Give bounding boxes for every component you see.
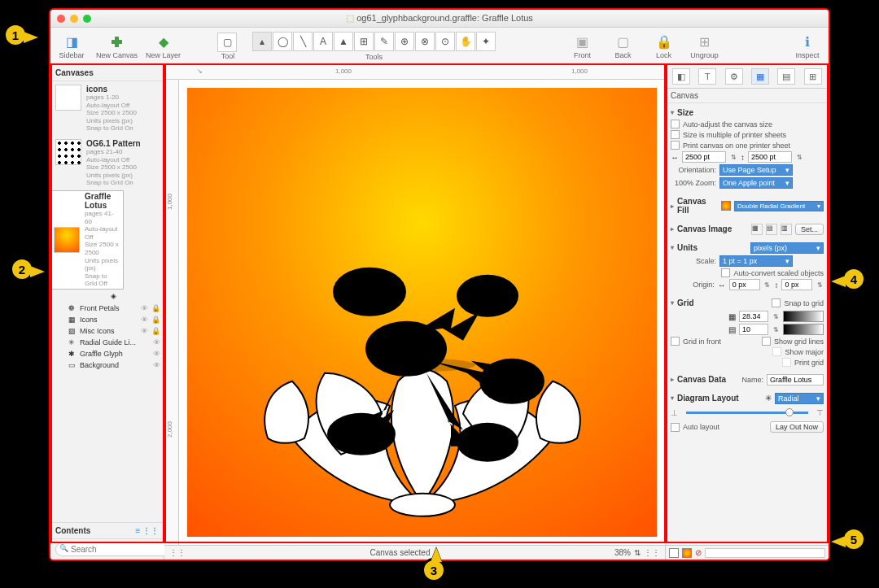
selection-tool[interactable]: ▴ xyxy=(252,32,272,51)
stepper-icon[interactable]: ⇅ xyxy=(763,281,772,289)
lay-out-now-button[interactable]: Lay Out Now xyxy=(770,421,824,433)
visibility-icon[interactable]: 👁 xyxy=(141,316,148,324)
canvas-item-lotus[interactable]: Graffle Lotus pages 41-60 Auto-layout Of… xyxy=(50,190,124,290)
style-swatch[interactable] xyxy=(682,548,692,558)
lock-icon[interactable]: 🔒 xyxy=(151,316,160,324)
scale-select[interactable]: 1 pt = 1 px▾ xyxy=(719,255,793,267)
image-mode-icon[interactable]: ▤ xyxy=(766,224,777,235)
sidebar-toggle-button[interactable]: ◨Sidebar xyxy=(55,33,88,59)
image-mode-icon[interactable]: ▥ xyxy=(781,224,792,235)
new-layer-button[interactable]: ◆New Layer xyxy=(146,33,181,59)
pen-tool[interactable]: ▲ xyxy=(334,32,353,51)
canvas-fill-section[interactable]: Canvas Fill xyxy=(671,195,718,216)
canvas-width-input[interactable] xyxy=(682,151,726,163)
canvas-stage[interactable] xyxy=(179,80,665,545)
magnet-tool[interactable]: ⊗ xyxy=(415,32,435,51)
bring-front-button[interactable]: ▣Front xyxy=(566,33,599,59)
one-sheet-checkbox[interactable] xyxy=(671,141,680,150)
zoom-tool-icon[interactable]: ⊙ xyxy=(435,32,455,51)
auto-adjust-checkbox[interactable] xyxy=(671,120,680,128)
layer-row[interactable]: ▦Icons👁🔒 xyxy=(67,314,160,325)
layer-row[interactable]: ❁Front Petals👁🔒 xyxy=(67,303,160,314)
vscroll-icon[interactable]: ⋮⋮ xyxy=(644,548,660,557)
canvas-image-section[interactable]: Canvas Image xyxy=(671,223,748,235)
visibility-icon[interactable]: 👁 xyxy=(153,361,160,369)
outline-mode-icons[interactable]: ≡ ⋮⋮ xyxy=(135,526,159,535)
visibility-icon[interactable]: 👁 xyxy=(141,304,148,312)
style-tray[interactable] xyxy=(705,548,825,558)
contents-header[interactable]: Contents ≡ ⋮⋮ xyxy=(50,522,164,538)
hscroll-icon[interactable]: ⋮⋮ xyxy=(169,548,186,557)
lock-icon[interactable]: 🔒 xyxy=(151,304,160,312)
diagram-tool[interactable]: ⊞ xyxy=(354,32,374,51)
diagram-layout-section[interactable]: Diagram Layout xyxy=(671,392,762,404)
snap-grid-checkbox[interactable] xyxy=(772,298,781,307)
zoom-stepper-icon[interactable]: ⇅ xyxy=(634,548,641,557)
stepper-icon[interactable]: ⇅ xyxy=(729,154,737,161)
shape-tool[interactable]: ◯ xyxy=(273,32,292,51)
canvas-item-icons[interactable]: icons pages 1-20 Auto-layout Off Size 25… xyxy=(50,81,164,136)
fill-swatch[interactable] xyxy=(721,201,731,211)
canvas-tab-icon[interactable]: ▦ xyxy=(751,68,769,85)
style-brush-tool[interactable]: ✎ xyxy=(374,32,394,51)
type-tab-icon[interactable]: T xyxy=(698,68,716,85)
layout-type-select[interactable]: Radial▾ xyxy=(775,393,824,404)
layer-row[interactable]: ▭Background👁 xyxy=(67,359,160,371)
show-grid-checkbox[interactable] xyxy=(762,337,771,346)
set-image-button[interactable]: Set... xyxy=(795,224,824,235)
stepper-icon[interactable]: ⇅ xyxy=(772,313,780,320)
visibility-icon[interactable]: 👁 xyxy=(153,338,160,346)
canvas-name-input[interactable] xyxy=(767,374,824,385)
canvas-item-pattern[interactable]: OG6.1 Pattern pages 21-40 Auto-layout Of… xyxy=(50,136,164,190)
minor-grid-color[interactable] xyxy=(783,324,824,335)
size-section[interactable]: Size xyxy=(671,107,824,119)
multiple-sheets-checkbox[interactable] xyxy=(671,130,680,139)
layer-row[interactable]: ▨Misc Icons👁🔒 xyxy=(67,325,160,337)
stepper-icon[interactable]: ⇅ xyxy=(816,281,824,289)
visibility-icon[interactable]: 👁 xyxy=(153,350,160,358)
stencils-tab-icon[interactable]: ⊞ xyxy=(804,68,822,85)
canvas-data-section[interactable]: Canvas Data xyxy=(671,373,738,385)
search-input[interactable] xyxy=(55,542,180,556)
image-mode-icon[interactable]: ▦ xyxy=(751,224,763,235)
origin-x-input[interactable] xyxy=(729,279,760,290)
hand-tool[interactable]: ✋ xyxy=(456,32,475,51)
ungroup-button[interactable]: ⊞Ungroup xyxy=(689,33,721,59)
point-editor-tool[interactable]: ✦ xyxy=(476,32,496,51)
visibility-icon[interactable]: 👁 xyxy=(141,327,148,335)
stepper-icon[interactable]: ⇅ xyxy=(795,154,803,161)
zoom-select[interactable]: One Apple point▾ xyxy=(719,177,793,189)
canvas-height-input[interactable] xyxy=(748,151,792,163)
object-tab-icon[interactable]: ◧ xyxy=(672,68,690,85)
document-tab-icon[interactable]: ▤ xyxy=(777,68,795,85)
orientation-select[interactable]: Use Page Setup▾ xyxy=(719,164,793,176)
major-grid-input[interactable] xyxy=(739,311,768,322)
inspect-toggle-button[interactable]: ℹInspect xyxy=(791,33,824,59)
auto-layout-checkbox[interactable] xyxy=(671,423,680,432)
units-select[interactable]: pixels (px)▾ xyxy=(750,242,824,254)
grid-section[interactable]: Grid xyxy=(671,297,768,309)
vertical-ruler[interactable]: 1,000 2,000 xyxy=(164,80,179,545)
text-tool[interactable]: A xyxy=(313,32,333,51)
lock-button[interactable]: 🔒Lock xyxy=(648,33,680,59)
layer-row[interactable]: ✱Graffle Glyph👁 xyxy=(67,348,160,359)
line-tool[interactable]: ╲ xyxy=(293,32,313,51)
properties-tab-icon[interactable]: ⚙ xyxy=(725,68,743,85)
fill-type-select[interactable]: Double Radial Gradient▾ xyxy=(734,201,824,211)
layout-slider[interactable] xyxy=(686,412,808,414)
rubber-stamp-tool[interactable]: ⊕ xyxy=(395,32,414,51)
stepper-icon[interactable]: ⇅ xyxy=(772,326,780,333)
units-section[interactable]: Units xyxy=(671,242,747,254)
send-back-button[interactable]: ▢Back xyxy=(607,33,640,59)
artboard[interactable] xyxy=(187,88,657,537)
origin-y-input[interactable] xyxy=(781,279,812,290)
layer-row[interactable]: ✳Radial Guide Li...👁 xyxy=(67,337,160,348)
current-tool[interactable]: ▢Tool xyxy=(212,33,244,60)
style-swatch[interactable] xyxy=(669,548,679,558)
new-canvas-button[interactable]: 🞥New Canvas xyxy=(96,33,138,59)
horizontal-ruler[interactable]: ↘ 1,000 1,000 xyxy=(164,65,665,80)
zoom-readout[interactable]: 38% xyxy=(614,548,631,557)
major-grid-color[interactable] xyxy=(783,311,824,322)
minor-grid-input[interactable] xyxy=(739,324,768,335)
auto-convert-checkbox[interactable] xyxy=(721,268,730,277)
